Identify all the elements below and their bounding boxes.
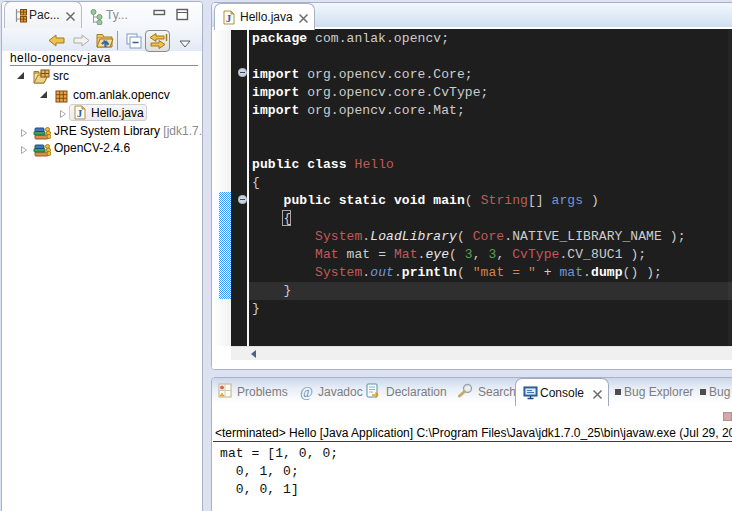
svg-text:J: J [226,12,232,24]
svg-text:J: J [77,107,83,119]
